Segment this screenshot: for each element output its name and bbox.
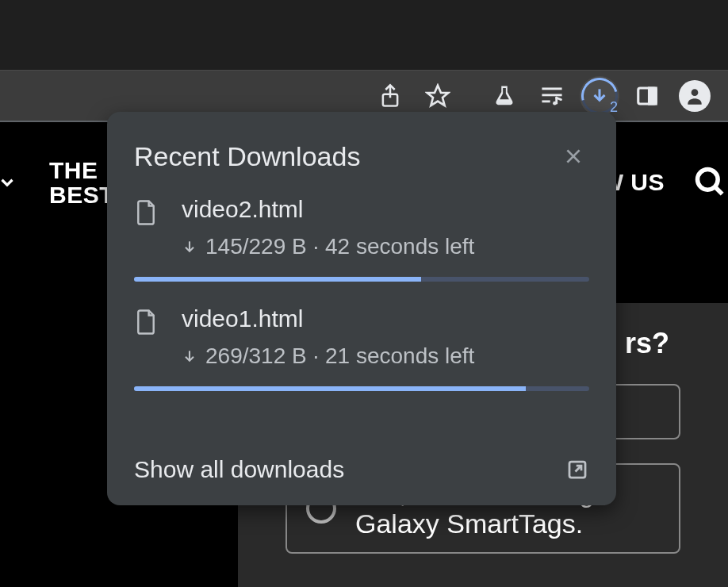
svg-marker-1 (427, 85, 449, 105)
download-filename: video1.html (182, 305, 589, 332)
side-panel-icon[interactable] (625, 74, 669, 118)
progress-fill (134, 277, 421, 282)
open-external-icon[interactable] (565, 458, 589, 481)
nav-label-line2: BEST (49, 182, 114, 208)
browser-top-area (0, 0, 728, 70)
nav-chevron-down-icon[interactable] (0, 172, 17, 193)
search-icon[interactable] (693, 165, 728, 200)
popover-title: Recent Downloads (134, 141, 360, 172)
svg-point-9 (698, 170, 718, 190)
svg-rect-7 (649, 88, 657, 104)
file-icon (134, 309, 159, 334)
download-arrow-icon (182, 238, 197, 255)
progress-bar (134, 386, 589, 391)
show-all-downloads-link[interactable]: Show all downloads (134, 456, 344, 483)
progress-fill (134, 386, 526, 391)
progress-bar (134, 277, 589, 282)
file-icon (134, 199, 159, 224)
profile-avatar-icon[interactable] (672, 74, 717, 118)
svg-line-10 (715, 187, 722, 194)
nav-item-the-best[interactable]: THE BEST (49, 158, 114, 208)
svg-point-5 (553, 101, 557, 105)
close-button[interactable] (557, 140, 589, 172)
download-filename: video2.html (182, 196, 589, 223)
download-item[interactable]: video1.html 269/312 B · 21 seconds left (107, 296, 616, 391)
download-status: 145/229 B · 42 seconds left (205, 234, 474, 259)
download-status: 269/312 B · 21 seconds left (205, 343, 474, 369)
download-arrow-icon (182, 347, 197, 365)
download-item[interactable]: video2.html 145/229 B · 42 seconds left (107, 186, 616, 282)
downloads-popover: Recent Downloads video2.html 145 (107, 112, 616, 505)
nav-label-line1: THE (49, 158, 114, 183)
svg-point-8 (692, 89, 699, 96)
